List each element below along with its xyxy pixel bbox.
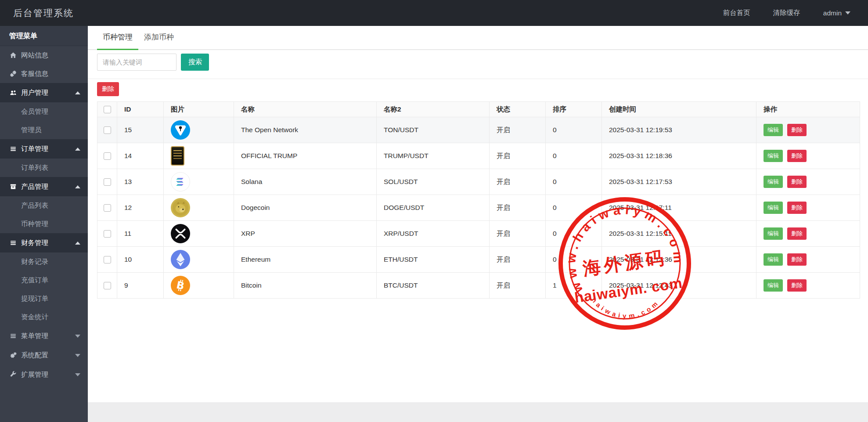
home-icon: [9, 52, 17, 59]
user-menu[interactable]: admin: [823, 9, 850, 17]
username-label: admin: [823, 9, 842, 17]
edit-button[interactable]: 编辑: [764, 253, 783, 266]
row-checkbox[interactable]: [104, 282, 111, 289]
list-icon: [9, 239, 17, 247]
column-header-id: ID: [117, 102, 164, 117]
chevron-up-icon: [75, 242, 80, 245]
sidebar-section-finance[interactable]: 财务管理: [0, 233, 88, 252]
delete-button[interactable]: 删除: [787, 176, 807, 188]
sidebar-item-label: 提现订单: [21, 294, 48, 303]
delete-button[interactable]: 删除: [787, 124, 807, 136]
tab-add-coin[interactable]: 添加币种: [138, 26, 180, 50]
row-checkbox[interactable]: [104, 204, 111, 212]
sidebar-item-order-list[interactable]: 订单列表: [0, 159, 88, 177]
cell-status: 开启: [490, 117, 546, 143]
cell-name2: BTC/USDT: [377, 273, 490, 299]
users-icon: [9, 89, 17, 97]
sidebar-item-product-list[interactable]: 产品列表: [0, 196, 88, 215]
sidebar-item-finance-records[interactable]: 财务记录: [0, 252, 88, 271]
sidebar-item-recharge-orders[interactable]: 充值订单: [0, 271, 88, 289]
edit-button[interactable]: 编辑: [764, 202, 783, 214]
sidebar-header: 管理菜单: [0, 26, 88, 46]
cell-status: 开启: [490, 247, 546, 273]
delete-button[interactable]: 删除: [787, 150, 807, 162]
chevron-up-icon: [75, 185, 80, 188]
column-header-created: 创建时间: [602, 102, 756, 117]
edit-button[interactable]: 编辑: [764, 124, 783, 136]
delete-button[interactable]: 删除: [787, 253, 807, 266]
toolbar-divider: [88, 79, 868, 79]
cell-created: 2025-03-31 12:15:11: [602, 221, 756, 247]
chevron-down-icon: [845, 11, 850, 14]
cell-created: 2025-03-31 12:17:11: [602, 195, 756, 221]
row-checkbox[interactable]: [104, 256, 111, 263]
solana-icon: [171, 172, 190, 191]
sidebar-item-label: 用户管理: [21, 88, 48, 97]
row-checkbox[interactable]: [104, 152, 111, 160]
table-header-row: ID 图片 名称 名称2 状态 排序 创建时间 操作: [97, 102, 860, 117]
cell-name: The Open Network: [234, 117, 377, 143]
row-checkbox[interactable]: [104, 126, 111, 134]
sidebar-item-members[interactable]: 会员管理: [0, 102, 88, 121]
edit-button[interactable]: 编辑: [764, 176, 783, 188]
cell-name2: XRP/USDT: [377, 221, 490, 247]
box-icon: [9, 183, 17, 191]
sidebar-item-label: 币种管理: [21, 220, 48, 229]
sidebar-section-menus[interactable]: 菜单管理: [0, 326, 88, 346]
column-header-name: 名称: [234, 102, 377, 117]
bulk-delete-button[interactable]: 删除: [97, 82, 119, 96]
select-all-checkbox[interactable]: [104, 106, 111, 113]
sidebar-section-orders[interactable]: 订单管理: [0, 139, 88, 159]
sidebar-item-administrators[interactable]: 管理员: [0, 121, 88, 139]
cell-name: Bitcoin: [234, 273, 377, 299]
tab-bar: 币种管理 添加币种: [88, 26, 868, 50]
cell-sort: 0: [546, 247, 602, 273]
search-input[interactable]: [97, 54, 176, 71]
search-button[interactable]: 搜索: [181, 54, 209, 71]
table-row: 15 The Open Network TON/USDT 开启 0 2025-0…: [97, 117, 860, 143]
sidebar-item-withdraw-orders[interactable]: 提现订单: [0, 289, 88, 308]
sidebar-item-support-info[interactable]: 客服信息: [0, 65, 88, 83]
main-content: 币种管理 添加币种 搜索 删除 ID 图片 名称 名称2 状态: [88, 26, 868, 422]
frontend-home-link[interactable]: 前台首页: [723, 8, 750, 18]
sidebar-item-label: 充值订单: [21, 276, 48, 285]
sidebar-item-label: 会员管理: [21, 107, 48, 116]
wrench-icon: [9, 371, 17, 379]
cell-sort: 0: [546, 169, 602, 195]
sidebar-section-users[interactable]: 用户管理: [0, 83, 88, 102]
sidebar-item-fund-statistics[interactable]: 资金统计: [0, 308, 88, 326]
delete-button[interactable]: 删除: [787, 202, 807, 214]
delete-button[interactable]: 删除: [787, 227, 807, 240]
cell-status: 开启: [490, 143, 546, 169]
tab-coin-management[interactable]: 币种管理: [97, 26, 138, 50]
sidebar-section-extensions[interactable]: 扩展管理: [0, 365, 88, 384]
chevron-up-icon: [75, 148, 80, 151]
cell-status: 开启: [490, 195, 546, 221]
table-row: 12 Dogecoin DOGE/USDT 开启 0 2025-03-31 12…: [97, 195, 860, 221]
cell-created: 2025-03-31 12:17:53: [602, 169, 756, 195]
sidebar-item-label: 产品列表: [21, 201, 48, 210]
clear-cache-link[interactable]: 清除缓存: [773, 8, 800, 18]
sidebar-item-label: 产品管理: [21, 182, 48, 191]
cell-id: 14: [117, 143, 164, 169]
sidebar-section-products[interactable]: 产品管理: [0, 177, 88, 196]
cell-id: 15: [117, 117, 164, 143]
sidebar-section-system-config[interactable]: 系统配置: [0, 346, 88, 365]
row-checkbox[interactable]: [104, 230, 111, 238]
trump-icon: [171, 146, 184, 166]
column-header-image: 图片: [164, 102, 234, 117]
edit-button[interactable]: 编辑: [764, 279, 783, 292]
edit-button[interactable]: 编辑: [764, 227, 783, 240]
chevron-down-icon: [75, 373, 80, 376]
column-header-sort: 排序: [546, 102, 602, 117]
table-row: 14 OFFICIAL TRUMP TRUMP/USDT 开启 0 2025-0…: [97, 143, 860, 169]
table-row: 13 Solana SOL/USDT 开启 0 2025-03-31 12:17…: [97, 169, 860, 195]
delete-button[interactable]: 删除: [787, 279, 807, 292]
sidebar-item-label: 财务记录: [21, 257, 48, 267]
sidebar-item-coin-management[interactable]: 币种管理: [0, 215, 88, 233]
sidebar-item-site-info[interactable]: 网站信息: [0, 46, 88, 65]
footer-strip: [88, 402, 868, 422]
sidebar: 管理菜单 网站信息 客服信息 用户管理 会员管理 管理员 订单管理 订单列表: [0, 26, 88, 422]
edit-button[interactable]: 编辑: [764, 150, 783, 162]
row-checkbox[interactable]: [104, 178, 111, 186]
